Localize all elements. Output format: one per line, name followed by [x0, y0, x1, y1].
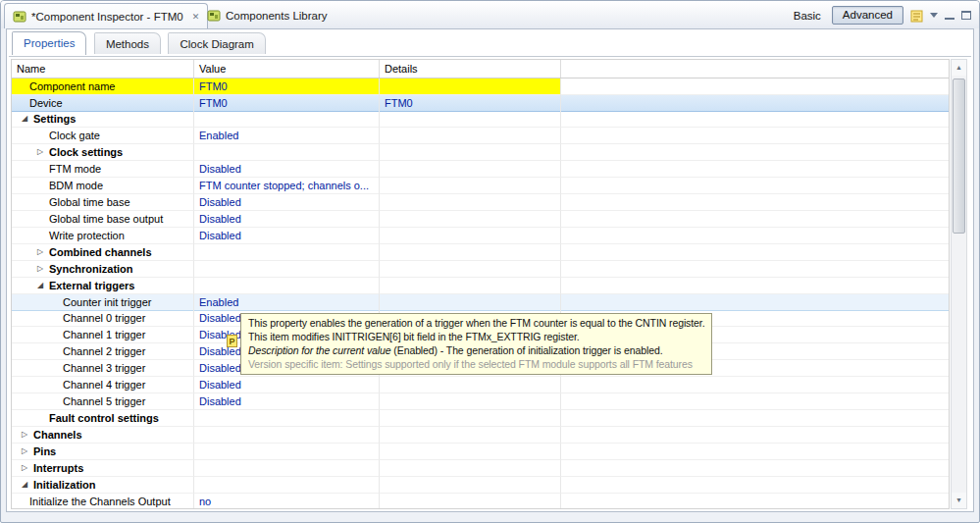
property-value-cell[interactable]: Disabled [194, 194, 380, 211]
table-row[interactable]: ◢Settings [12, 111, 949, 128]
property-name-label: Combined channels [49, 246, 152, 258]
property-name-cell[interactable]: Channel 3 trigger [12, 360, 194, 377]
property-name-cell[interactable]: ▷Clock settings [12, 144, 194, 161]
scrollbar-thumb[interactable] [953, 78, 965, 234]
expand-arrow-icon[interactable]: ▷ [37, 244, 49, 260]
property-name-cell[interactable]: Channel 4 trigger [12, 377, 194, 393]
property-value-cell[interactable] [194, 244, 380, 261]
table-row[interactable]: BDM modeFTM counter stopped; channels o.… [12, 178, 949, 194]
property-table-body: Component nameFTM0DeviceFTM0FTM0◢Setting… [12, 78, 949, 509]
property-name-cell[interactable]: Channel 2 trigger [12, 343, 194, 360]
property-name-cell[interactable]: ▷Interrupts [12, 460, 194, 477]
property-value-cell[interactable] [194, 261, 380, 278]
column-header-details[interactable]: Details [380, 60, 561, 78]
property-value-cell[interactable]: Disabled [194, 211, 380, 228]
property-name-cell[interactable]: Global time base output [12, 211, 194, 228]
tab-clock-diagram[interactable]: Clock Diagram [168, 32, 265, 54]
basic-button[interactable]: Basic [790, 8, 825, 24]
property-name-cell[interactable]: Fault control settings [12, 410, 194, 427]
property-value-cell[interactable]: FTM0 [194, 95, 380, 112]
property-value-cell[interactable] [194, 111, 380, 128]
table-row[interactable]: Counter init triggerEnabled [12, 293, 949, 310]
table-row[interactable]: Component nameFTM0 [12, 78, 949, 95]
property-name-cell[interactable]: Clock gate [12, 128, 194, 144]
property-name-cell[interactable]: ▷Combined channels [12, 244, 194, 261]
property-value-cell[interactable] [194, 477, 380, 494]
table-row[interactable]: ▷Interrupts [12, 460, 949, 477]
property-name-cell[interactable]: BDM mode [12, 178, 194, 194]
table-row[interactable]: ▷Pins [12, 444, 949, 460]
property-value-cell[interactable]: Disabled [194, 161, 380, 178]
table-row[interactable]: Initialize the Channels Outputno [12, 494, 949, 509]
tab-components-library[interactable]: Components Library [199, 3, 335, 28]
scroll-down-button[interactable]: ▼ [952, 493, 966, 508]
table-row[interactable]: Write protectionDisabled [12, 228, 949, 244]
property-name-cell[interactable]: FTM mode [12, 161, 194, 178]
property-value-cell[interactable] [194, 444, 380, 460]
table-row[interactable]: Global time baseDisabled [12, 194, 949, 211]
property-name-cell[interactable]: Counter init trigger [12, 294, 194, 311]
tooltip-version-note: Version specific item: Settings supporte… [248, 357, 704, 371]
table-row[interactable]: Global time base outputDisabled [12, 211, 949, 228]
property-name-cell[interactable]: ▷Pins [12, 444, 194, 460]
table-row[interactable]: ▷Synchronization [12, 261, 949, 278]
scroll-up-button[interactable]: ▲ [952, 60, 966, 76]
property-name-cell[interactable]: Initialize the Channels Output [12, 494, 194, 509]
property-value-cell[interactable] [194, 460, 380, 477]
property-name-cell[interactable]: Global time base [12, 194, 194, 211]
view-menu-icon[interactable] [930, 13, 938, 22]
table-row[interactable]: ▷Clock settings [12, 144, 949, 161]
expand-arrow-icon[interactable]: ▷ [37, 261, 49, 277]
property-name-cell[interactable]: Channel 5 trigger [12, 393, 194, 410]
expand-arrow-icon[interactable]: ▷ [22, 444, 33, 459]
property-name-cell[interactable]: ▷Channels [12, 427, 194, 444]
property-value-cell[interactable]: Enabled [194, 128, 380, 144]
advanced-button[interactable]: Advanced [832, 6, 903, 25]
property-value-cell[interactable]: FTM0 [194, 78, 380, 95]
property-value-cell[interactable]: Enabled [194, 294, 380, 311]
tab-properties[interactable]: Properties [12, 31, 86, 55]
property-name-cell[interactable]: ◢External triggers [12, 278, 194, 294]
collapse-arrow-icon[interactable]: ◢ [22, 111, 33, 127]
table-row[interactable]: ▷Combined channels [12, 244, 949, 261]
table-row[interactable]: FTM modeDisabled [12, 161, 949, 178]
collapse-arrow-icon[interactable]: ◢ [22, 477, 33, 493]
tab-component-inspector[interactable]: *Component Inspector - FTM0 ✕ [4, 3, 208, 28]
property-value-cell[interactable]: Disabled [194, 393, 380, 410]
property-name-cell[interactable]: ◢Settings [12, 111, 194, 128]
property-value-cell[interactable] [194, 144, 380, 161]
property-name-cell[interactable]: Write protection [12, 228, 194, 244]
property-value-cell[interactable] [194, 278, 380, 294]
maximize-icon[interactable] [961, 11, 971, 20]
property-name-cell[interactable]: Device [12, 95, 194, 112]
column-header-value[interactable]: Value [194, 60, 380, 78]
table-row[interactable]: ◢External triggers [12, 278, 949, 294]
table-row[interactable]: Fault control settings [12, 410, 949, 427]
note-icon[interactable] [910, 9, 923, 23]
property-name-cell[interactable]: ◢Initialization [12, 477, 194, 494]
table-row[interactable]: ▷Channels [12, 427, 949, 444]
property-value-cell[interactable] [194, 427, 380, 444]
expand-arrow-icon[interactable]: ▷ [37, 144, 49, 160]
minimize-icon[interactable] [945, 11, 954, 20]
collapse-arrow-icon[interactable]: ◢ [37, 278, 49, 293]
property-value-cell[interactable]: FTM counter stopped; channels o... [194, 178, 380, 194]
property-name-cell[interactable]: Channel 0 trigger [12, 310, 194, 327]
table-row[interactable]: DeviceFTM0FTM0 [12, 94, 949, 111]
expand-arrow-icon[interactable]: ▷ [22, 460, 33, 476]
column-header-name[interactable]: Name [12, 60, 194, 78]
property-value-cell[interactable]: Disabled [194, 228, 380, 244]
table-row[interactable]: Channel 5 triggerDisabled [12, 393, 949, 410]
property-name-cell[interactable]: Channel 1 trigger [12, 327, 194, 343]
table-row[interactable]: Clock gateEnabled [12, 128, 949, 144]
table-row[interactable]: ◢Initialization [12, 477, 949, 494]
tab-methods[interactable]: Methods [94, 32, 161, 54]
property-name-cell[interactable]: Component name [12, 78, 194, 95]
expand-arrow-icon[interactable]: ▷ [22, 427, 33, 443]
table-row[interactable]: Channel 4 triggerDisabled [12, 377, 949, 393]
property-name-cell[interactable]: ▷Synchronization [12, 261, 194, 278]
property-value-cell[interactable] [194, 410, 380, 427]
vertical-scrollbar[interactable]: ▲ ▼ [951, 59, 967, 509]
property-value-cell[interactable]: Disabled [194, 377, 380, 393]
property-value-cell[interactable]: no [194, 494, 380, 509]
